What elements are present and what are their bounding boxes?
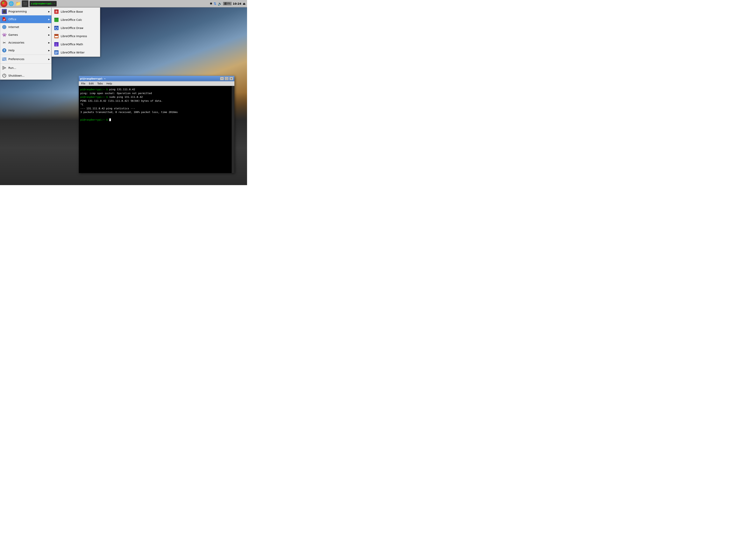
games-arrow: ▶ [48, 34, 50, 36]
accessories-icon: ✂ [2, 40, 7, 45]
cpu-indicator: ⬛ 0% [223, 2, 231, 5]
terminal-minimize-button[interactable]: − [220, 77, 224, 80]
terminal-menu-file[interactable]: File [80, 82, 87, 85]
terminal-maximize-button[interactable]: □ [225, 77, 229, 80]
terminal-taskbar-label: pi@raspberrypi: ~ [33, 2, 55, 5]
terminal-output-4: PING 131.111.8.42 (131.111.8.42) 56(84) … [80, 99, 163, 102]
internet-label: Internet [8, 25, 48, 29]
bluetooth-icon: ✱ [210, 2, 212, 5]
menu-item-run[interactable]: Run... [0, 64, 51, 72]
menu-item-internet[interactable]: Internet ▶ [0, 23, 51, 31]
cpu-label: 0% [227, 2, 231, 5]
svg-rect-52 [54, 50, 58, 51]
svg-rect-19 [5, 60, 6, 60]
internet-icon [2, 25, 7, 30]
main-menu: ⬛ Programming ▶ Office ▶ [0, 7, 52, 80]
network-icon: ⇅ [213, 2, 216, 6]
office-arrow: ▶ [48, 18, 50, 20]
terminal-menu-edit[interactable]: Edit [87, 82, 95, 85]
lo-base-label: LibreOffice Base [61, 10, 98, 13]
games-icon: 👾 [2, 32, 7, 37]
svg-text:?: ? [3, 49, 5, 52]
terminal-title: pi@raspberrypi: ~ [80, 77, 106, 80]
terminal-menu-tabs[interactable]: Tabs [96, 82, 104, 85]
run-label: Run... [8, 66, 50, 70]
preferences-icon [2, 57, 7, 62]
svg-rect-17 [2, 58, 3, 58]
terminal-body[interactable]: pi@raspberrypi:~ $ ping 131.111.8.42 pin… [79, 86, 234, 173]
svg-text:B: B [55, 10, 57, 13]
svg-rect-29 [54, 9, 58, 10]
menu-item-shutdown[interactable]: Shutdown... [0, 72, 51, 80]
clock: 10:24 [233, 2, 241, 5]
lo-impress-icon [54, 33, 59, 39]
terminal-cmd-1: ping 131.111.8.42 [109, 88, 135, 91]
terminal-line-4: PING 131.111.8.42 (131.111.8.42) 56(84) … [80, 99, 233, 103]
terminal-output-2: ping: icmp open socket: Operation not pe… [80, 92, 152, 95]
menu-item-games[interactable]: 👾 Games ▶ [0, 31, 51, 39]
lo-math-icon: ∑ [54, 42, 59, 47]
terminal-close-button[interactable]: × [229, 77, 233, 80]
terminal-line-7: 3 packets transmitted, 0 received, 100% … [80, 110, 233, 114]
help-arrow: ▶ [48, 49, 50, 52]
preferences-label: Preferences [8, 58, 48, 61]
lo-math-label: LibreOffice Math [61, 43, 98, 46]
lo-impress-label: LibreOffice Impress [61, 35, 98, 38]
terminal-launcher-button[interactable]: ⬛ [22, 0, 28, 7]
terminal-prompt-3: pi@raspberrypi:~ $ [80, 96, 108, 98]
terminal-launcher-icon: ⬛ [23, 2, 27, 5]
terminal-taskbar-icon: ▮ [31, 2, 32, 5]
terminal-win-controls: − □ × [220, 77, 233, 80]
office-label: Office [8, 18, 48, 21]
svg-rect-50 [55, 53, 58, 53]
folder-button[interactable]: 📁 [15, 0, 21, 7]
accessories-arrow: ▶ [48, 42, 50, 44]
submenu-item-lo-impress[interactable]: LibreOffice Impress [52, 32, 100, 40]
shutdown-label: Shutdown... [8, 74, 50, 77]
lo-calc-label: LibreOffice Calc [61, 18, 98, 21]
menu-item-accessories[interactable]: ✂ Accessories ▶ [0, 39, 51, 47]
svg-rect-43 [54, 34, 58, 35]
svg-rect-5 [3, 17, 5, 18]
shutdown-icon [2, 73, 7, 78]
terminal-line-5: ^C [80, 103, 233, 107]
terminal-line-2: ping: icmp open socket: Operation not pe… [80, 91, 233, 95]
programming-label: Programming [8, 10, 48, 13]
menu-item-help[interactable]: ? Help ▶ [0, 47, 51, 54]
terminal-window: pi@raspberrypi: ~ − □ × File Edit Tabs H… [79, 76, 234, 173]
terminal-cmd-3: sudo ping 131.111.8.42 [109, 96, 143, 98]
submenu-item-lo-writer[interactable]: LibreOffice Writer [52, 48, 100, 57]
taskbar-left: 🍓 🌐 📁 ⬛ ▮ pi@raspberrypi: ~ [0, 0, 57, 7]
terminal-taskbar-button[interactable]: ▮ pi@raspberrypi: ~ [30, 1, 57, 6]
games-label: Games [8, 33, 48, 36]
svg-rect-3 [3, 20, 5, 20]
globe-icon: 🌐 [8, 1, 14, 6]
terminal-line-1: pi@raspberrypi:~ $ ping 131.111.8.42 [80, 87, 233, 91]
submenu-item-lo-base[interactable]: B LibreOffice Base [52, 7, 100, 16]
raspberry-icon: 🍓 [2, 1, 6, 6]
terminal-line-6: --- 131.111.8.42 ping statistics --- [80, 107, 233, 110]
taskbar-right: ✱ ⇅ 🔊 ⬛ 0% 10:24 ⏏ [210, 2, 247, 6]
menu-item-office[interactable]: Office ▶ [0, 16, 51, 23]
internet-arrow: ▶ [48, 26, 50, 28]
menu-item-programming[interactable]: ⬛ Programming ▶ [0, 7, 51, 16]
svg-rect-49 [55, 52, 58, 53]
lo-writer-icon [54, 50, 59, 55]
submenu-item-lo-math[interactable]: ∑ LibreOffice Math [52, 40, 100, 48]
submenu-item-lo-calc[interactable]: LibreOffice Calc [52, 16, 100, 24]
accessories-label: Accessories [8, 41, 48, 44]
terminal-cursor [109, 118, 111, 121]
preferences-arrow: ▶ [48, 58, 50, 60]
menu-item-preferences[interactable]: Preferences ▶ [0, 55, 51, 63]
svg-rect-16 [2, 60, 6, 61]
globe-button[interactable]: 🌐 [8, 0, 15, 7]
terminal-line-8 [80, 114, 233, 118]
terminal-menu-help[interactable]: Help [105, 82, 114, 85]
svg-rect-48 [55, 52, 58, 52]
raspberry-menu-button[interactable]: 🍓 [0, 0, 7, 7]
submenu-item-lo-draw[interactable]: LibreOffice Draw [52, 24, 100, 32]
svg-rect-2 [3, 19, 5, 20]
terminal-scrollbar[interactable] [232, 86, 234, 173]
taskbar: 🍓 🌐 📁 ⬛ ▮ pi@raspberrypi: ~ ✱ ⇅ 🔊 ⬛ 0% 1… [0, 0, 247, 7]
lo-calc-icon [54, 17, 59, 23]
